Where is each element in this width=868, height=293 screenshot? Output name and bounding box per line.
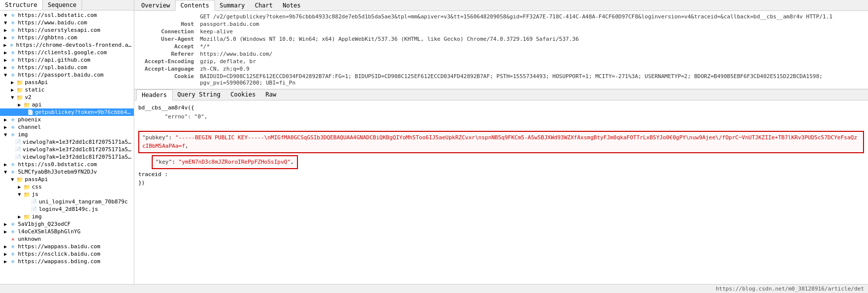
connection-value: keep-alive: [198, 28, 864, 35]
expand-icon[interactable]: ▼: [9, 177, 16, 182]
tree-item-viewlog3[interactable]: 📄viewlog?ak=1e3f2dd1c81f2075171a54789:: [0, 153, 134, 161]
tab-summary[interactable]: Summary: [215, 0, 250, 10]
folder-icon: 📁: [16, 87, 24, 93]
tree-item-label: https://clients1.google.com: [18, 49, 107, 56]
folder-icon: 📁: [23, 192, 31, 197]
expand-icon[interactable]: ▶: [2, 117, 9, 122]
expand-icon[interactable]: ▶: [2, 27, 9, 33]
file-icon: 📄: [30, 199, 38, 205]
tab-querystring[interactable]: Query String: [173, 90, 226, 100]
tree-item-css[interactable]: ▶📁css: [0, 183, 134, 191]
response-traceid: traceid :: [138, 171, 168, 178]
expand-icon[interactable]: ▶: [2, 259, 9, 264]
tree-item-ghbtns[interactable]: ▶⊕https://ghbtns.com: [0, 34, 134, 41]
expand-icon[interactable]: ▶: [2, 42, 8, 48]
tree-item-ss0_bdstatic[interactable]: ▶⊕https://ss0.bdstatic.com: [0, 161, 134, 168]
tree-item-api[interactable]: ▶📁api: [0, 101, 134, 108]
network-icon: ⊕: [9, 117, 17, 123]
tree-item-nsclick_baidu[interactable]: ▶⊕https://nsclick.baidu.com: [0, 250, 134, 258]
expand-icon[interactable]: ▶: [9, 80, 16, 85]
expand-icon[interactable]: ▶: [2, 251, 9, 257]
network-icon: ⊕: [9, 57, 17, 63]
expand-icon[interactable]: ▼: [2, 169, 9, 175]
tree-item-uni_loginv4_tangram[interactable]: 📄uni_loginv4_tangram_70b879c: [0, 198, 134, 205]
expand-icon[interactable]: ▼: [2, 132, 9, 137]
tree-item-ssl_bdstatic[interactable]: ▼⊕https://ssl.bdstatic.com: [0, 11, 134, 19]
network-icon: ⊕: [9, 65, 17, 71]
expand-icon[interactable]: ▼: [2, 12, 9, 18]
expand-icon[interactable]: ▶: [2, 162, 9, 167]
tab-notes[interactable]: Notes: [278, 0, 305, 10]
expand-icon[interactable]: ▶: [2, 229, 9, 234]
tree-item-wappass_baidu[interactable]: ▶⊕https://wappass.baidu.com: [0, 243, 134, 250]
tree-item-api_github[interactable]: ▶⊕https://api.github.com: [0, 56, 134, 64]
tab-structure[interactable]: Structure: [0, 0, 43, 10]
cookie-value: BAIDUID=CD908C125EF612ECCD034FD42892B7AF…: [198, 73, 864, 87]
expand-icon[interactable]: ▼: [16, 192, 23, 197]
tree-item-unknown[interactable]: ✕unknown: [0, 235, 134, 243]
tree-item-5aV1bjgh_Q23odCF[interactable]: ▶⊕5aV1bjgh_Q23odCF: [0, 220, 134, 228]
tab-overview[interactable]: Overview: [136, 0, 175, 10]
tree-item-getpublickey[interactable]: 📄getpublickey?token=9b76cbbb4933c8: [0, 108, 134, 116]
file-icon: 📄: [14, 139, 21, 145]
tree-item-viewlog2[interactable]: 📄viewlog?ak=1e3f2dd1c81f2075171a54789:: [0, 146, 134, 153]
tab-contents[interactable]: Contents: [175, 0, 215, 11]
tree-item-js[interactable]: ▼📁js: [0, 191, 134, 198]
expand-icon[interactable]: ▶: [2, 244, 9, 249]
request-method-label: [138, 13, 198, 20]
tree-item-channel[interactable]: ▶⊕channel: [0, 123, 134, 131]
tab-sequence[interactable]: Sequence: [43, 0, 82, 10]
left-panel: Structure Sequence ▼⊕https://ssl.bdstati…: [0, 0, 134, 284]
network-icon: ⊕: [9, 251, 17, 257]
folder-icon: 📁: [23, 214, 31, 220]
expand-icon[interactable]: ▼: [2, 20, 9, 25]
tree-item-label: https://www.baidu.com: [18, 19, 87, 26]
tree-item-img2[interactable]: ▶📁img: [0, 213, 134, 220]
tree-item-viewlog1[interactable]: 📄viewlog?ak=1e3f2dd1c81f2075171a54789:: [0, 138, 134, 146]
expand-icon[interactable]: ▶: [2, 124, 9, 130]
tree-item-chrome_devtools[interactable]: ▶⊕https://chrome-devtools-frontend.appsp…: [0, 41, 134, 49]
tree-item-phoenix[interactable]: ▶⊕phoenix: [0, 116, 134, 123]
tree-item-img[interactable]: ▼⊕img: [0, 131, 134, 138]
tree-item-spl_baidu[interactable]: ▶⊕https://spl.baidu.com: [0, 64, 134, 71]
tree-item-wappass_bding[interactable]: ▶⊕https://wappass.bding.com: [0, 258, 134, 265]
accept-encoding-label: Accept-Encoding: [138, 58, 198, 65]
expand-icon[interactable]: ▶: [16, 102, 23, 107]
expand-icon[interactable]: ▶: [2, 65, 9, 70]
network-icon: ⊕: [9, 12, 17, 18]
tree-item-5LMCfyabBhJ3otebm9fN2DJv[interactable]: ▼⊕5LMCfyabBhJ3otebm9fN2DJv: [0, 168, 134, 176]
tree-item-passport_baidu[interactable]: ▼⊕https://passport.baidu.com: [0, 71, 134, 79]
tree-item-label: uni_loginv4_tangram_70b879c: [39, 198, 128, 205]
tree-item-label: phoenix: [18, 116, 41, 123]
expand-icon[interactable]: ▶: [2, 50, 9, 55]
expand-icon[interactable]: ▶: [16, 214, 23, 219]
tree-item-static[interactable]: ▶📁static: [0, 86, 134, 94]
tab-cookies[interactable]: Cookies: [225, 90, 261, 100]
tree-item-v2[interactable]: ▼📁v2: [0, 94, 134, 101]
tree-item-label: https://userstylesapi.com: [18, 27, 100, 33]
tree-item-www_baidu[interactable]: ▼⊕https://www.baidu.com: [0, 19, 134, 26]
expand-icon[interactable]: ▶: [2, 221, 9, 227]
tab-chart[interactable]: Chart: [250, 0, 278, 10]
accept-value: */*: [198, 43, 864, 50]
expand-icon[interactable]: ▶: [2, 35, 9, 40]
tree-item-passApi2[interactable]: ▼📁passApi: [0, 176, 134, 183]
response-pubkey-row: "pubkey": "-----BEGIN PUBLIC KEY-----\nM…: [138, 122, 864, 149]
response-key-row: "key": "ymEN7nD3c8mJZRoroIRePpFZHoSsIpvQ…: [138, 159, 298, 165]
tree-item-passApi[interactable]: ▶📁passApi: [0, 79, 134, 86]
tree-item-clients1[interactable]: ▶⊕https://clients1.google.com: [0, 49, 134, 56]
tree-item-loginv4_2d8149c[interactable]: 📄loginv4_2d8149c.js: [0, 205, 134, 213]
expand-icon[interactable]: ▶: [16, 184, 23, 190]
accept-label: Accept: [138, 43, 198, 50]
tree-item-label: l4oCeXSmlA5BphGlnYG: [18, 228, 81, 235]
tab-raw[interactable]: Raw: [261, 90, 282, 100]
expand-icon[interactable]: ▼: [9, 95, 16, 100]
expand-icon[interactable]: ▶: [2, 57, 9, 63]
expand-icon[interactable]: ▶: [9, 87, 16, 93]
response-close: }): [138, 180, 145, 186]
tab-headers[interactable]: Headers: [136, 90, 173, 100]
expand-icon[interactable]: ▼: [2, 72, 9, 78]
tree-item-userstyleapi[interactable]: ▶⊕https://userstylesapi.com: [0, 26, 134, 34]
tree-item-l4oCeXSmlA5BphGlnYG[interactable]: ▶⊕l4oCeXSmlA5BphGlnYG: [0, 228, 134, 235]
useragent-value: Mozilla/5.0 (Windows NT 10.0; Win64; x64…: [198, 35, 864, 43]
